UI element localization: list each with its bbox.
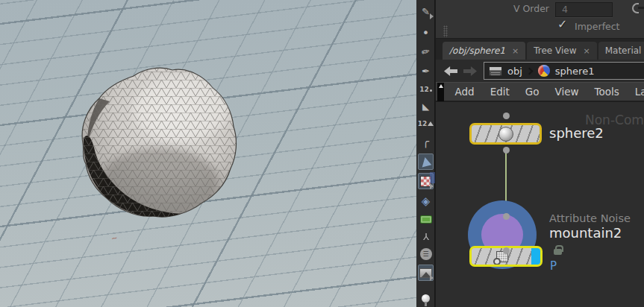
node-sphere2[interactable] [469, 123, 542, 145]
menu-go[interactable]: Go [517, 86, 547, 98]
curve-handle-button[interactable]: ╭ [416, 133, 435, 151]
imperfect-checkbox[interactable]: ✓ [557, 17, 567, 31]
menu-layout[interactable]: Layout [627, 86, 644, 98]
output-badge: P [550, 259, 557, 273]
snapshot-button[interactable] [416, 264, 435, 282]
point-numbers-button[interactable]: 12 [416, 80, 435, 98]
sphere2-input-connector[interactable] [503, 113, 510, 119]
shaded-mode-button[interactable] [416, 153, 435, 171]
primitive-normal-icon: ◣ [422, 102, 429, 111]
vector-display-button[interactable]: Y [416, 227, 435, 245]
viewport-toolbar: ✎ • ✏ ✒ 12 ◣ 12 ╭ ◈ Y [416, 0, 435, 307]
primitive-numbers-icon: 12 [418, 121, 434, 127]
pen-tool-button[interactable]: ✒ [416, 62, 435, 80]
uv-display-button[interactable] [416, 210, 435, 228]
breadcrumb-context[interactable]: obj [507, 66, 522, 77]
pen-icon: ✒ [422, 66, 430, 76]
network-pane: V Order 4 ✓ Imperfect /obj/sphere1 × Tre… [435, 0, 644, 307]
mountain2-type-label: Attribute Noise [549, 212, 631, 224]
geometry-node-icon [538, 65, 550, 77]
chevron-separator-icon [525, 67, 533, 75]
points-display-button[interactable]: ◈ [416, 192, 435, 210]
tab-obj-sphere1[interactable]: /obj/sphere1 × [443, 42, 525, 60]
sphere2-output-connector[interactable] [503, 147, 510, 154]
display-flag[interactable] [531, 248, 540, 265]
menu-edit[interactable]: Edit [482, 86, 517, 98]
network-editor[interactable]: Non-Commercial sphere2 Attribute Noise m… [436, 102, 644, 307]
v-order-label: V Order [510, 3, 549, 14]
point-icon: • [422, 28, 429, 39]
diamond-icon: ◈ [422, 196, 431, 207]
visualizer-menu-button[interactable]: ☰ [416, 245, 435, 263]
breadcrumb: obj sphere1 [484, 62, 644, 80]
rock-geometry [69, 55, 247, 228]
breadcrumb-node[interactable]: sphere1 [555, 66, 595, 77]
menu-view[interactable]: View [547, 86, 587, 98]
lock-icon [554, 249, 562, 255]
menu-tools[interactable]: Tools [587, 86, 627, 98]
menu-scroll-strip[interactable] [437, 83, 444, 101]
v-order-field[interactable]: 4 [555, 2, 613, 17]
pin-icon [422, 294, 430, 303]
fan-icon: Y [423, 232, 429, 241]
pane-tab-bar: /obj/sphere1 × Tree View × Material Pale… [436, 39, 644, 60]
uv-band-icon [420, 215, 432, 224]
point-tool-button[interactable]: • [416, 25, 435, 42]
paint-tool-button[interactable]: ✎ [416, 2, 435, 20]
submenu-arrow-icon [430, 183, 434, 189]
texture-mode-button[interactable] [416, 172, 435, 190]
network-menubar: Add Edit Go View Tools Layout Labels [436, 82, 644, 102]
brush-icon: ✏ [421, 45, 431, 57]
primitive-normals-button[interactable]: ◣ [416, 98, 435, 115]
parameter-pane: V Order 4 ✓ Imperfect [436, 0, 644, 39]
scene-viewport[interactable]: ~ [0, 0, 416, 307]
shaded-mode-box [418, 154, 434, 170]
mountain2-name-label: mountain2 [549, 225, 622, 241]
path-bar: obj sphere1 [436, 60, 644, 82]
tab-label: Material Palette [605, 45, 644, 56]
mountain2-input-connector[interactable] [503, 213, 510, 220]
v-order-slider-groove [638, 7, 644, 9]
back-arrow-button[interactable] [444, 66, 457, 76]
houdini-window: ~ [0, 0, 644, 307]
cone-icon [420, 156, 432, 168]
tab-label: Tree View [534, 45, 576, 56]
menu-add[interactable]: Add [447, 86, 482, 98]
tab-material-palette[interactable]: Material Palette × [598, 42, 644, 60]
tab-close-icon[interactable]: × [583, 46, 590, 56]
checker-blue-overlay [430, 172, 435, 183]
curve-icon: ╭ [422, 136, 429, 148]
light-pin-button[interactable] [416, 289, 435, 307]
pane-splitter-grip[interactable] [443, 25, 448, 37]
point-numbers-icon: 12 [419, 86, 432, 93]
menu-circle-icon: ☰ [420, 248, 432, 260]
forward-arrow-button[interactable] [463, 66, 477, 76]
brush-tool-button[interactable]: ✏ [416, 42, 435, 60]
imperfect-label: Imperfect [575, 21, 620, 32]
mountain2-output-connector[interactable] [503, 247, 510, 254]
paint-icon: ✎ [422, 7, 430, 16]
menu-items: Add Edit Go View Tools Layout Labels [447, 86, 644, 98]
tab-tree-view[interactable]: Tree View × [527, 42, 597, 60]
submenu-arrow-icon [430, 13, 434, 19]
tab-label: /obj/sphere1 [449, 45, 505, 56]
submenu-arrow-icon [430, 275, 434, 281]
obj-context-icon [489, 66, 502, 76]
primitive-numbers-button[interactable]: 12 [416, 115, 435, 133]
sphere-node-icon [498, 127, 513, 142]
sphere2-name-label: sphere2 [549, 125, 604, 141]
tab-close-icon[interactable]: × [512, 46, 519, 56]
